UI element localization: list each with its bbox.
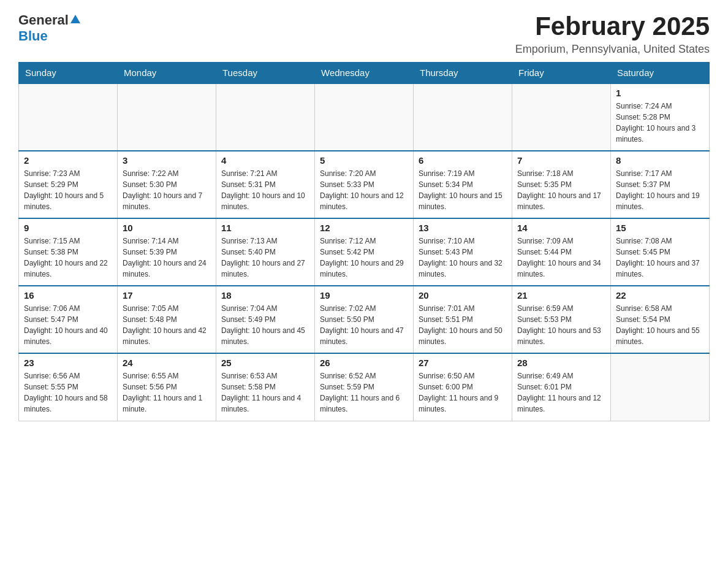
day-number: 10 [123, 223, 211, 233]
day-info: Sunrise: 7:21 AMSunset: 5:31 PMDaylight:… [221, 168, 309, 212]
calendar-cell: 1Sunrise: 7:24 AMSunset: 5:28 PMDaylight… [611, 83, 710, 151]
day-number: 1 [616, 88, 704, 98]
calendar-cell: 9Sunrise: 7:15 AMSunset: 5:38 PMDaylight… [19, 218, 118, 286]
calendar-cell [315, 83, 414, 151]
day-info: Sunrise: 6:52 AMSunset: 5:59 PMDaylight:… [320, 370, 408, 415]
logo-general-text: General [18, 12, 69, 28]
day-info: Sunrise: 6:56 AMSunset: 5:55 PMDaylight:… [24, 370, 112, 415]
day-info: Sunrise: 7:14 AMSunset: 5:39 PMDaylight:… [123, 236, 211, 280]
day-info: Sunrise: 7:09 AMSunset: 5:44 PMDaylight:… [517, 236, 605, 280]
day-number: 7 [517, 155, 605, 166]
calendar-cell [611, 353, 710, 421]
calendar-cell: 24Sunrise: 6:55 AMSunset: 5:56 PMDayligh… [118, 353, 216, 421]
weekday-header-tuesday: Tuesday [216, 63, 315, 84]
calendar-cell [512, 83, 611, 151]
day-info: Sunrise: 7:17 AMSunset: 5:37 PMDaylight:… [616, 168, 704, 212]
day-info: Sunrise: 7:04 AMSunset: 5:49 PMDaylight:… [221, 303, 309, 347]
day-number: 12 [320, 223, 408, 233]
day-info: Sunrise: 6:55 AMSunset: 5:56 PMDaylight:… [123, 370, 211, 415]
calendar-table: SundayMondayTuesdayWednesdayThursdayFrid… [18, 62, 710, 421]
day-info: Sunrise: 7:19 AMSunset: 5:34 PMDaylight:… [419, 168, 507, 212]
calendar-cell: 25Sunrise: 6:53 AMSunset: 5:58 PMDayligh… [216, 353, 315, 421]
day-info: Sunrise: 7:08 AMSunset: 5:45 PMDaylight:… [616, 236, 704, 280]
calendar-cell: 18Sunrise: 7:04 AMSunset: 5:49 PMDayligh… [216, 286, 315, 353]
day-info: Sunrise: 7:12 AMSunset: 5:42 PMDaylight:… [320, 236, 408, 280]
calendar-cell: 23Sunrise: 6:56 AMSunset: 5:55 PMDayligh… [19, 353, 118, 421]
calendar-cell: 3Sunrise: 7:22 AMSunset: 5:30 PMDaylight… [118, 151, 216, 218]
day-number: 18 [221, 290, 309, 301]
calendar-cell [216, 83, 315, 151]
day-number: 4 [221, 155, 309, 166]
day-number: 6 [419, 155, 507, 166]
svg-marker-0 [70, 15, 80, 23]
calendar-cell: 19Sunrise: 7:02 AMSunset: 5:50 PMDayligh… [315, 286, 414, 353]
location-subtitle: Emporium, Pennsylvania, United States [515, 43, 710, 56]
day-info: Sunrise: 7:06 AMSunset: 5:47 PMDaylight:… [24, 303, 112, 347]
calendar-cell: 13Sunrise: 7:10 AMSunset: 5:43 PMDayligh… [414, 218, 512, 286]
week-row-1: 1Sunrise: 7:24 AMSunset: 5:28 PMDaylight… [19, 83, 710, 151]
weekday-header-row: SundayMondayTuesdayWednesdayThursdayFrid… [19, 63, 710, 84]
day-number: 14 [517, 223, 605, 233]
month-title: February 2025 [515, 12, 710, 40]
day-number: 17 [123, 290, 211, 301]
weekday-header-wednesday: Wednesday [315, 63, 414, 84]
day-number: 16 [24, 290, 112, 301]
week-row-4: 16Sunrise: 7:06 AMSunset: 5:47 PMDayligh… [19, 286, 710, 353]
calendar-cell: 11Sunrise: 7:13 AMSunset: 5:40 PMDayligh… [216, 218, 315, 286]
day-number: 9 [24, 223, 112, 233]
day-info: Sunrise: 7:01 AMSunset: 5:51 PMDaylight:… [419, 303, 507, 347]
weekday-header-sunday: Sunday [19, 63, 118, 84]
day-info: Sunrise: 7:23 AMSunset: 5:29 PMDaylight:… [24, 168, 112, 212]
calendar-cell: 7Sunrise: 7:18 AMSunset: 5:35 PMDaylight… [512, 151, 611, 218]
calendar-cell: 20Sunrise: 7:01 AMSunset: 5:51 PMDayligh… [414, 286, 512, 353]
calendar-cell: 14Sunrise: 7:09 AMSunset: 5:44 PMDayligh… [512, 218, 611, 286]
day-number: 28 [517, 358, 605, 368]
logo: General Blue [18, 12, 80, 44]
day-number: 26 [320, 358, 408, 368]
day-number: 8 [616, 155, 704, 166]
calendar-cell: 21Sunrise: 6:59 AMSunset: 5:53 PMDayligh… [512, 286, 611, 353]
day-info: Sunrise: 7:24 AMSunset: 5:28 PMDaylight:… [616, 101, 704, 145]
page-header: General Blue February 2025 Emporium, Pen… [18, 12, 710, 56]
calendar-cell: 2Sunrise: 7:23 AMSunset: 5:29 PMDaylight… [19, 151, 118, 218]
day-info: Sunrise: 6:58 AMSunset: 5:54 PMDaylight:… [616, 303, 704, 347]
calendar-cell: 26Sunrise: 6:52 AMSunset: 5:59 PMDayligh… [315, 353, 414, 421]
calendar-cell: 22Sunrise: 6:58 AMSunset: 5:54 PMDayligh… [611, 286, 710, 353]
calendar-cell: 15Sunrise: 7:08 AMSunset: 5:45 PMDayligh… [611, 218, 710, 286]
calendar-cell: 4Sunrise: 7:21 AMSunset: 5:31 PMDaylight… [216, 151, 315, 218]
calendar-cell [118, 83, 216, 151]
day-info: Sunrise: 7:15 AMSunset: 5:38 PMDaylight:… [24, 236, 112, 280]
weekday-header-thursday: Thursday [414, 63, 512, 84]
day-number: 15 [616, 223, 704, 233]
day-info: Sunrise: 7:22 AMSunset: 5:30 PMDaylight:… [123, 168, 211, 212]
day-info: Sunrise: 7:10 AMSunset: 5:43 PMDaylight:… [419, 236, 507, 280]
calendar-cell [414, 83, 512, 151]
day-info: Sunrise: 6:49 AMSunset: 6:01 PMDaylight:… [517, 370, 605, 415]
day-number: 22 [616, 290, 704, 301]
day-info: Sunrise: 7:05 AMSunset: 5:48 PMDaylight:… [123, 303, 211, 347]
day-number: 5 [320, 155, 408, 166]
calendar-cell: 27Sunrise: 6:50 AMSunset: 6:00 PMDayligh… [414, 353, 512, 421]
day-info: Sunrise: 7:18 AMSunset: 5:35 PMDaylight:… [517, 168, 605, 212]
calendar-cell: 6Sunrise: 7:19 AMSunset: 5:34 PMDaylight… [414, 151, 512, 218]
calendar-cell [19, 83, 118, 151]
day-number: 2 [24, 155, 112, 166]
week-row-3: 9Sunrise: 7:15 AMSunset: 5:38 PMDaylight… [19, 218, 710, 286]
day-number: 13 [419, 223, 507, 233]
calendar-cell: 28Sunrise: 6:49 AMSunset: 6:01 PMDayligh… [512, 353, 611, 421]
day-number: 21 [517, 290, 605, 301]
calendar-cell: 8Sunrise: 7:17 AMSunset: 5:37 PMDaylight… [611, 151, 710, 218]
day-number: 11 [221, 223, 309, 233]
logo-triangle-icon [70, 15, 80, 26]
day-info: Sunrise: 6:59 AMSunset: 5:53 PMDaylight:… [517, 303, 605, 347]
day-info: Sunrise: 7:02 AMSunset: 5:50 PMDaylight:… [320, 303, 408, 347]
logo-blue-text: Blue [18, 28, 48, 44]
day-info: Sunrise: 7:13 AMSunset: 5:40 PMDaylight:… [221, 236, 309, 280]
day-number: 24 [123, 358, 211, 368]
weekday-header-monday: Monday [118, 63, 216, 84]
day-info: Sunrise: 6:53 AMSunset: 5:58 PMDaylight:… [221, 370, 309, 415]
calendar-cell: 5Sunrise: 7:20 AMSunset: 5:33 PMDaylight… [315, 151, 414, 218]
calendar-cell: 17Sunrise: 7:05 AMSunset: 5:48 PMDayligh… [118, 286, 216, 353]
week-row-5: 23Sunrise: 6:56 AMSunset: 5:55 PMDayligh… [19, 353, 710, 421]
day-number: 19 [320, 290, 408, 301]
